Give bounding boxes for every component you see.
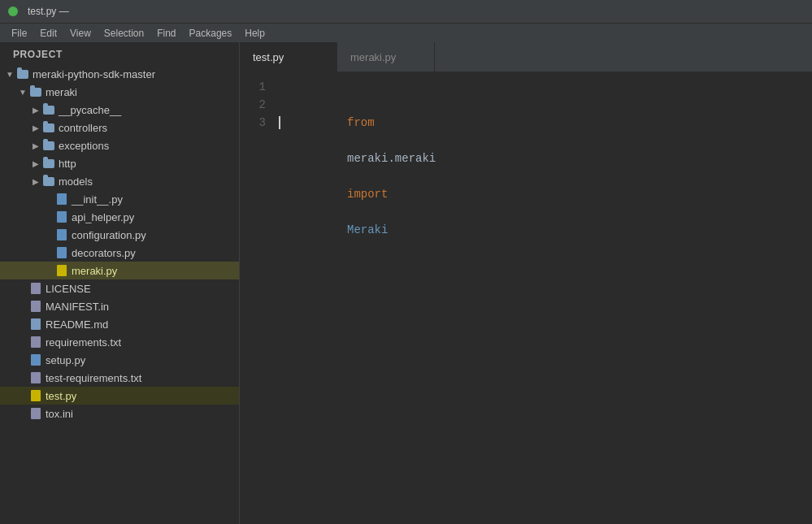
- tree-item-readme[interactable]: README.md: [0, 315, 239, 333]
- tree-label-root: meraki-python-sdk-master: [33, 68, 155, 80]
- code-line-1: [279, 78, 812, 96]
- tree-label-init: __init__.py: [72, 193, 123, 206]
- code-space-2: [347, 170, 354, 183]
- tree-item-test-py[interactable]: test.py: [0, 387, 239, 405]
- line-numbers: 1 2 3: [240, 71, 272, 524]
- tree-spacer-test-req: [16, 371, 29, 384]
- tree-label-readme: README.md: [46, 318, 108, 331]
- keyword-import: import: [347, 188, 388, 201]
- tree-label-decorators: decorators.py: [72, 247, 136, 259]
- tree-spacer-readme: [16, 318, 29, 331]
- tree-arrow-controllers: ▶: [29, 121, 42, 134]
- tree-spacer-req: [16, 336, 29, 349]
- tree-spacer-setup: [16, 353, 29, 366]
- tree-label-configuration: configuration.py: [72, 229, 146, 241]
- file-icon-init: [55, 193, 68, 206]
- tree-item-pycache[interactable]: ▶ __pycache__: [0, 101, 239, 119]
- tree-spacer-test-py: [16, 389, 29, 402]
- code-area[interactable]: from meraki.meraki import Meraki: [272, 71, 812, 524]
- file-icon-tox: [29, 407, 42, 420]
- tree-spacer-config: [42, 228, 55, 241]
- tree-item-manifest[interactable]: MANIFEST.in: [0, 297, 239, 315]
- tree-item-models[interactable]: ▶ models: [0, 172, 239, 190]
- folder-icon-http: [42, 157, 55, 170]
- tree-item-controllers[interactable]: ▶ controllers: [0, 119, 239, 136]
- menu-edit[interactable]: Edit: [33, 26, 63, 41]
- tree-item-test-req[interactable]: test-requirements.txt: [0, 369, 239, 387]
- tab-bar: test.py meraki.py: [240, 42, 812, 71]
- menu-find[interactable]: Find: [150, 26, 182, 41]
- tree-item-meraki-py[interactable]: meraki.py: [0, 262, 239, 279]
- tree-arrow-root: ▼: [3, 67, 16, 80]
- window-control-dot[interactable]: [8, 6, 18, 16]
- tree-spacer-manifest: [16, 300, 29, 313]
- tree-item-setup[interactable]: setup.py: [0, 351, 239, 369]
- menu-bar: File Edit View Selection Find Packages H…: [0, 23, 812, 42]
- tree-spacer-tox: [16, 407, 29, 420]
- tree-spacer-meraki-py: [42, 264, 55, 277]
- tree-item-root[interactable]: ▼ meraki-python-sdk-master: [0, 65, 239, 83]
- sidebar-header: Project: [0, 42, 239, 65]
- file-icon-setup: [29, 353, 42, 366]
- tree-arrow-meraki: ▼: [16, 85, 29, 98]
- file-icon-requirements: [29, 336, 42, 349]
- folder-icon-exceptions: [42, 139, 55, 152]
- tree-label-meraki-py: meraki.py: [72, 265, 117, 277]
- tree-spacer-decorators: [42, 246, 55, 259]
- code-line-2: from meraki.meraki import Meraki: [279, 96, 812, 114]
- line-num-2: 2: [240, 96, 266, 114]
- tab-meraki-py[interactable]: meraki.py: [337, 42, 435, 71]
- menu-file[interactable]: File: [5, 26, 33, 41]
- folder-icon-pycache: [42, 103, 55, 116]
- tree-label-requirements: requirements.txt: [46, 336, 121, 349]
- tree-item-init[interactable]: __init__.py: [0, 190, 239, 208]
- tree-label-test-req: test-requirements.txt: [46, 372, 142, 384]
- tree-label-test-py: test.py: [46, 390, 76, 402]
- tree-item-requirements[interactable]: requirements.txt: [0, 333, 239, 351]
- tab-label-meraki-py: meraki.py: [350, 51, 396, 63]
- menu-help[interactable]: Help: [238, 26, 271, 41]
- tree-label-exceptions: exceptions: [59, 140, 109, 152]
- code-space-3: [347, 206, 354, 219]
- tree-item-http[interactable]: ▶ http: [0, 154, 239, 172]
- menu-selection[interactable]: Selection: [98, 26, 150, 41]
- tree-item-api-helper[interactable]: api_helper.py: [0, 208, 239, 226]
- menu-view[interactable]: View: [63, 26, 98, 41]
- tree-item-meraki[interactable]: ▼ meraki: [0, 83, 239, 101]
- tab-test-py[interactable]: test.py: [240, 42, 337, 71]
- tree-label-api-helper: api_helper.py: [72, 211, 134, 223]
- tree-label-models: models: [59, 175, 93, 188]
- tree-item-configuration[interactable]: configuration.py: [0, 226, 239, 244]
- tree-arrow-exceptions: ▶: [29, 139, 42, 152]
- tree-label-controllers: controllers: [59, 122, 107, 134]
- file-icon-decorators: [55, 246, 68, 259]
- tree-label-tox: tox.ini: [46, 408, 73, 420]
- tree-item-exceptions[interactable]: ▶ exceptions: [0, 136, 239, 154]
- module-ref: meraki.meraki: [347, 152, 436, 165]
- tree-spacer-api: [42, 210, 55, 223]
- tree-arrow-http: ▶: [29, 157, 42, 170]
- file-icon-test-py: [29, 389, 42, 402]
- editor-area: test.py meraki.py 1 2 3 from meraki.mera…: [240, 42, 812, 524]
- folder-icon-root: [16, 67, 29, 80]
- tree-label-http: http: [59, 158, 76, 170]
- tree-item-tox[interactable]: tox.ini: [0, 405, 239, 422]
- class-name: Meraki: [347, 223, 388, 236]
- tree-label-manifest: MANIFEST.in: [46, 301, 109, 313]
- tree-label-meraki: meraki: [46, 86, 77, 98]
- tree-item-license[interactable]: LICENSE: [0, 279, 239, 297]
- sidebar: Project ▼ meraki-python-sdk-master ▼ mer…: [0, 42, 240, 524]
- line-num-1: 1: [240, 78, 266, 96]
- file-icon-manifest: [29, 300, 42, 313]
- editor-content[interactable]: 1 2 3 from meraki.meraki import Meraki: [240, 71, 812, 524]
- code-space-1: [347, 134, 354, 147]
- tree-item-decorators[interactable]: decorators.py: [0, 244, 239, 262]
- folder-icon-meraki: [29, 85, 42, 98]
- tree-label-pycache: __pycache__: [59, 104, 121, 116]
- menu-packages[interactable]: Packages: [183, 26, 239, 41]
- tree-label-license: LICENSE: [46, 283, 91, 295]
- folder-icon-controllers: [42, 121, 55, 134]
- tree-arrow-pycache: ▶: [29, 103, 42, 116]
- file-icon-meraki-py: [55, 264, 68, 277]
- tab-label-test-py: test.py: [253, 51, 284, 63]
